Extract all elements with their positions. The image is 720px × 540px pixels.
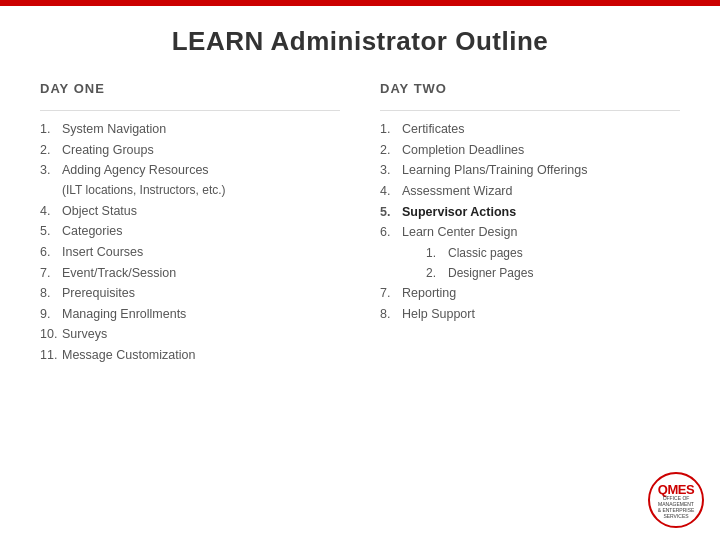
list-item: 1.Certificates <box>380 119 680 140</box>
list-item: 7.Event/Track/Session <box>40 263 340 284</box>
logo-inner: QMES OFFICE OF MANAGEMENT& ENTERPRISE SE… <box>650 482 702 519</box>
list-item: 3.Adding Agency Resources(ILT locations,… <box>40 160 340 200</box>
list-item: 8.Prerequisites <box>40 283 340 304</box>
columns-container: DAY ONE 1.System Navigation2.Creating Gr… <box>40 81 680 366</box>
logo-container: QMES OFFICE OF MANAGEMENT& ENTERPRISE SE… <box>648 472 704 528</box>
day-two-column: DAY TWO 1.Certificates2.Completion Deadl… <box>380 81 680 366</box>
main-content: LEARN Administrator Outline DAY ONE 1.Sy… <box>0 6 720 386</box>
list-item: 1.System Navigation <box>40 119 340 140</box>
logo-circle: QMES OFFICE OF MANAGEMENT& ENTERPRISE SE… <box>648 472 704 528</box>
list-item: 7.Reporting <box>380 283 680 304</box>
list-item: 5.Supervisor Actions <box>380 202 680 223</box>
list-item: 8.Help Support <box>380 304 680 325</box>
list-item: 4.Object Status <box>40 201 340 222</box>
day-one-header: DAY ONE <box>40 81 340 96</box>
list-item: 4.Assessment Wizard <box>380 181 680 202</box>
day-two-header: DAY TWO <box>380 81 680 96</box>
list-item: 2.Creating Groups <box>40 140 340 161</box>
list-item: 2.Completion Deadlines <box>380 140 680 161</box>
day-one-column: DAY ONE 1.System Navigation2.Creating Gr… <box>40 81 340 366</box>
day-two-header-wrap: DAY TWO <box>380 81 680 111</box>
list-item: 5.Categories <box>40 221 340 242</box>
page-title: LEARN Administrator Outline <box>40 26 680 57</box>
list-item: 3.Learning Plans/Training Offerings <box>380 160 680 181</box>
list-item: 11.Message Customization <box>40 345 340 366</box>
sub-list-item: 1.Classic pages <box>426 244 533 264</box>
day-two-list: 1.Certificates2.Completion Deadlines3.Le… <box>380 119 680 325</box>
list-item: 10.Surveys <box>40 324 340 345</box>
list-item: 6.Insert Courses <box>40 242 340 263</box>
sub-list-item: 2.Designer Pages <box>426 264 533 284</box>
day-one-list: 1.System Navigation2.Creating Groups3.Ad… <box>40 119 340 366</box>
list-item: 6.Learn Center Design1.Classic pages2.De… <box>380 222 680 283</box>
list-item: 9.Managing Enrollments <box>40 304 340 325</box>
logo-subtitle: OFFICE OF MANAGEMENT& ENTERPRISE SERVICE… <box>650 495 702 519</box>
day-one-header-wrap: DAY ONE <box>40 81 340 111</box>
